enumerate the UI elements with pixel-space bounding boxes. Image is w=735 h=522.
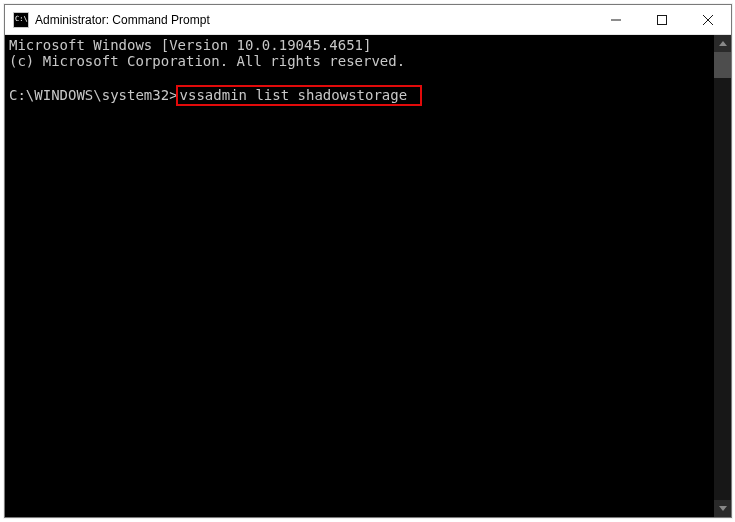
scrollbar-track[interactable] [714,52,731,500]
scrollbar-thumb[interactable] [714,52,731,78]
vertical-scrollbar[interactable] [714,35,731,517]
minimize-button[interactable] [593,5,639,34]
prompt-text: C:\WINDOWS\system32> [9,87,178,103]
terminal-line: (c) Microsoft Corporation. All rights re… [9,53,405,69]
scroll-up-button[interactable] [714,35,731,52]
terminal[interactable]: Microsoft Windows [Version 10.0.19045.46… [5,35,714,517]
window-title: Administrator: Command Prompt [35,13,593,27]
terminal-line: Microsoft Windows [Version 10.0.19045.46… [9,37,371,53]
close-button[interactable] [685,5,731,34]
svg-text:C:\: C:\ [15,15,28,23]
command-prompt-window: C:\ Administrator: Command Prompt Micros… [4,4,732,518]
maximize-button[interactable] [639,5,685,34]
terminal-area: Microsoft Windows [Version 10.0.19045.46… [5,35,731,517]
command-text: vssadmin list shadowstorage [180,87,408,103]
svg-rect-3 [611,19,621,20]
title-bar[interactable]: C:\ Administrator: Command Prompt [5,5,731,35]
cmd-icon: C:\ [13,12,29,28]
svg-marker-8 [719,506,727,511]
scroll-down-button[interactable] [714,500,731,517]
highlighted-command: vssadmin list shadowstorage [176,85,422,106]
window-controls [593,5,731,34]
svg-rect-4 [658,15,667,24]
svg-marker-7 [719,41,727,46]
